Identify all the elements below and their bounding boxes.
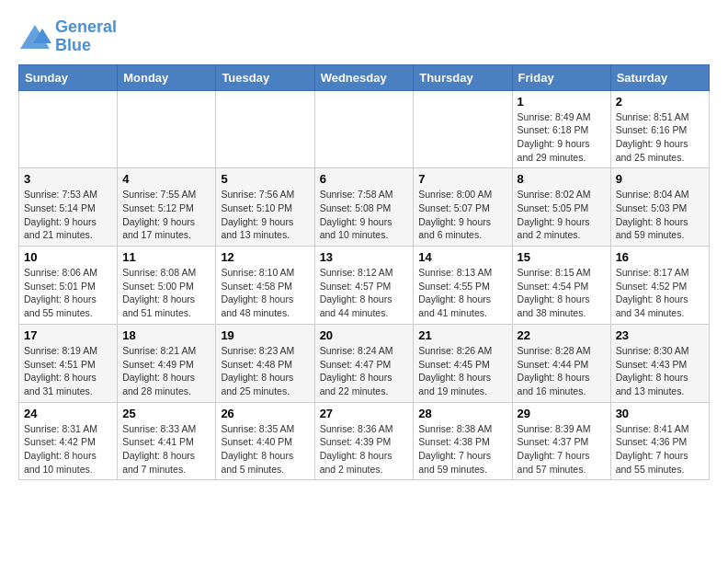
- calendar-cell: 25Sunrise: 8:33 AMSunset: 4:41 PMDayligh…: [118, 402, 216, 480]
- day-info: Sunrise: 8:19 AMSunset: 4:51 PMDaylight:…: [24, 344, 112, 398]
- day-info: Sunrise: 8:39 AMSunset: 4:37 PMDaylight:…: [518, 422, 606, 477]
- sunset-text: Sunset: 4:47 PM: [320, 358, 409, 372]
- day-number: 11: [122, 250, 210, 264]
- calendar-cell: [19, 90, 118, 168]
- day-info: Sunrise: 8:49 AMSunset: 6:18 PMDaylight:…: [518, 110, 606, 165]
- day-number: 4: [122, 172, 210, 186]
- sunrise-text: Sunrise: 8:49 AM: [518, 110, 606, 124]
- calendar-cell: 15Sunrise: 8:15 AMSunset: 4:54 PMDayligh…: [512, 247, 610, 325]
- daylight-text: Daylight: 8 hours and 7 minutes.: [122, 449, 210, 476]
- calendar-cell: 5Sunrise: 7:56 AMSunset: 5:10 PMDaylight…: [216, 168, 314, 247]
- sunset-text: Sunset: 4:48 PM: [221, 358, 309, 372]
- day-info: Sunrise: 7:55 AMSunset: 5:12 PMDaylight:…: [122, 188, 210, 242]
- sunset-text: Sunset: 5:01 PM: [24, 280, 112, 293]
- header-tuesday: Tuesday: [216, 64, 314, 90]
- sunset-text: Sunset: 5:12 PM: [122, 201, 210, 215]
- sunrise-text: Sunrise: 8:08 AM: [122, 266, 210, 280]
- calendar-cell: 9Sunrise: 8:04 AMSunset: 5:03 PMDaylight…: [610, 168, 709, 247]
- sunrise-text: Sunrise: 8:02 AM: [518, 188, 606, 201]
- sunrise-text: Sunrise: 8:38 AM: [418, 422, 506, 436]
- calendar-cell: 16Sunrise: 8:17 AMSunset: 4:52 PMDayligh…: [610, 247, 709, 325]
- day-number: 30: [616, 407, 704, 420]
- calendar-cell: 26Sunrise: 8:35 AMSunset: 4:40 PMDayligh…: [216, 402, 314, 480]
- day-info: Sunrise: 8:26 AMSunset: 4:45 PMDaylight:…: [418, 344, 506, 398]
- sunrise-text: Sunrise: 8:31 AM: [24, 422, 112, 436]
- daylight-text: Daylight: 9 hours and 13 minutes.: [221, 215, 309, 242]
- sunset-text: Sunset: 5:05 PM: [518, 201, 606, 215]
- daylight-text: Daylight: 8 hours and 59 minutes.: [616, 215, 704, 242]
- sunset-text: Sunset: 4:57 PM: [320, 280, 409, 293]
- day-info: Sunrise: 7:58 AMSunset: 5:08 PMDaylight:…: [320, 188, 409, 242]
- day-info: Sunrise: 8:17 AMSunset: 4:52 PMDaylight:…: [616, 266, 704, 320]
- daylight-text: Daylight: 9 hours and 2 minutes.: [518, 215, 606, 242]
- calendar-cell: 6Sunrise: 7:58 AMSunset: 5:08 PMDaylight…: [314, 168, 414, 247]
- daylight-text: Daylight: 8 hours and 19 minutes.: [418, 371, 506, 397]
- sunrise-text: Sunrise: 8:06 AM: [24, 266, 112, 280]
- calendar-cell: 19Sunrise: 8:23 AMSunset: 4:48 PMDayligh…: [216, 324, 314, 402]
- sunrise-text: Sunrise: 8:13 AM: [418, 266, 506, 280]
- daylight-text: Daylight: 8 hours and 51 minutes.: [122, 293, 210, 319]
- sunrise-text: Sunrise: 7:56 AM: [221, 188, 309, 201]
- sunset-text: Sunset: 4:51 PM: [24, 358, 112, 372]
- day-info: Sunrise: 8:35 AMSunset: 4:40 PMDaylight:…: [221, 422, 309, 477]
- sunset-text: Sunset: 4:36 PM: [616, 435, 704, 449]
- week-row: 3Sunrise: 7:53 AMSunset: 5:14 PMDaylight…: [19, 168, 710, 247]
- sunrise-text: Sunrise: 8:30 AM: [616, 344, 704, 358]
- day-info: Sunrise: 8:15 AMSunset: 4:54 PMDaylight:…: [518, 266, 606, 320]
- calendar-cell: 11Sunrise: 8:08 AMSunset: 5:00 PMDayligh…: [118, 247, 216, 325]
- daylight-text: Daylight: 8 hours and 55 minutes.: [24, 293, 112, 319]
- day-number: 14: [418, 250, 506, 264]
- sunrise-text: Sunrise: 8:33 AM: [122, 422, 210, 436]
- day-number: 26: [221, 407, 309, 420]
- logo: General Blue: [18, 18, 117, 55]
- day-number: 5: [221, 172, 309, 186]
- calendar-cell: 7Sunrise: 8:00 AMSunset: 5:07 PMDaylight…: [414, 168, 512, 247]
- daylight-text: Daylight: 8 hours and 44 minutes.: [320, 293, 409, 319]
- page-header: General Blue: [18, 18, 710, 55]
- day-info: Sunrise: 8:30 AMSunset: 4:43 PMDaylight:…: [616, 344, 704, 398]
- sunset-text: Sunset: 4:52 PM: [616, 280, 704, 293]
- logo-text: General Blue: [55, 18, 117, 55]
- sunrise-text: Sunrise: 8:04 AM: [616, 188, 704, 201]
- sunrise-text: Sunrise: 8:19 AM: [24, 344, 112, 358]
- sunrise-text: Sunrise: 8:00 AM: [418, 188, 506, 201]
- day-info: Sunrise: 8:24 AMSunset: 4:47 PMDaylight:…: [320, 344, 409, 398]
- calendar-cell: 2Sunrise: 8:51 AMSunset: 6:16 PMDaylight…: [610, 90, 709, 168]
- week-row: 24Sunrise: 8:31 AMSunset: 4:42 PMDayligh…: [19, 402, 710, 480]
- day-number: 24: [24, 407, 112, 420]
- daylight-text: Daylight: 9 hours and 10 minutes.: [320, 215, 409, 242]
- sunset-text: Sunset: 4:49 PM: [122, 358, 210, 372]
- calendar-cell: 8Sunrise: 8:02 AMSunset: 5:05 PMDaylight…: [512, 168, 610, 247]
- logo-icon: [18, 23, 51, 51]
- sunrise-text: Sunrise: 8:12 AM: [320, 266, 409, 280]
- calendar-cell: 24Sunrise: 8:31 AMSunset: 4:42 PMDayligh…: [19, 402, 118, 480]
- day-info: Sunrise: 8:41 AMSunset: 4:36 PMDaylight:…: [616, 422, 704, 477]
- daylight-text: Daylight: 9 hours and 25 minutes.: [616, 137, 704, 164]
- day-number: 7: [418, 172, 506, 186]
- sunrise-text: Sunrise: 8:51 AM: [616, 110, 704, 124]
- daylight-text: Daylight: 8 hours and 28 minutes.: [122, 371, 210, 397]
- sunset-text: Sunset: 4:42 PM: [24, 435, 112, 449]
- sunset-text: Sunset: 4:41 PM: [122, 435, 210, 449]
- week-row: 10Sunrise: 8:06 AMSunset: 5:01 PMDayligh…: [19, 247, 710, 325]
- sunset-text: Sunset: 4:45 PM: [418, 358, 506, 372]
- day-info: Sunrise: 8:21 AMSunset: 4:49 PMDaylight:…: [122, 344, 210, 398]
- sunrise-text: Sunrise: 8:35 AM: [221, 422, 309, 436]
- calendar-cell: 28Sunrise: 8:38 AMSunset: 4:38 PMDayligh…: [414, 402, 512, 480]
- sunrise-text: Sunrise: 8:39 AM: [518, 422, 606, 436]
- sunset-text: Sunset: 4:43 PM: [616, 358, 704, 372]
- day-number: 18: [122, 328, 210, 342]
- sunrise-text: Sunrise: 8:10 AM: [221, 266, 309, 280]
- day-number: 16: [616, 250, 704, 264]
- day-number: 8: [518, 172, 606, 186]
- sunset-text: Sunset: 5:07 PM: [418, 201, 506, 215]
- day-info: Sunrise: 8:36 AMSunset: 4:39 PMDaylight:…: [320, 422, 409, 477]
- calendar-cell: 12Sunrise: 8:10 AMSunset: 4:58 PMDayligh…: [216, 247, 314, 325]
- day-number: 21: [418, 328, 506, 342]
- daylight-text: Daylight: 8 hours and 13 minutes.: [616, 371, 704, 397]
- sunset-text: Sunset: 6:16 PM: [616, 123, 704, 137]
- day-info: Sunrise: 7:53 AMSunset: 5:14 PMDaylight:…: [24, 188, 112, 242]
- daylight-text: Daylight: 7 hours and 59 minutes.: [418, 449, 506, 476]
- day-info: Sunrise: 8:31 AMSunset: 4:42 PMDaylight:…: [24, 422, 112, 477]
- calendar-cell: 1Sunrise: 8:49 AMSunset: 6:18 PMDaylight…: [512, 90, 610, 168]
